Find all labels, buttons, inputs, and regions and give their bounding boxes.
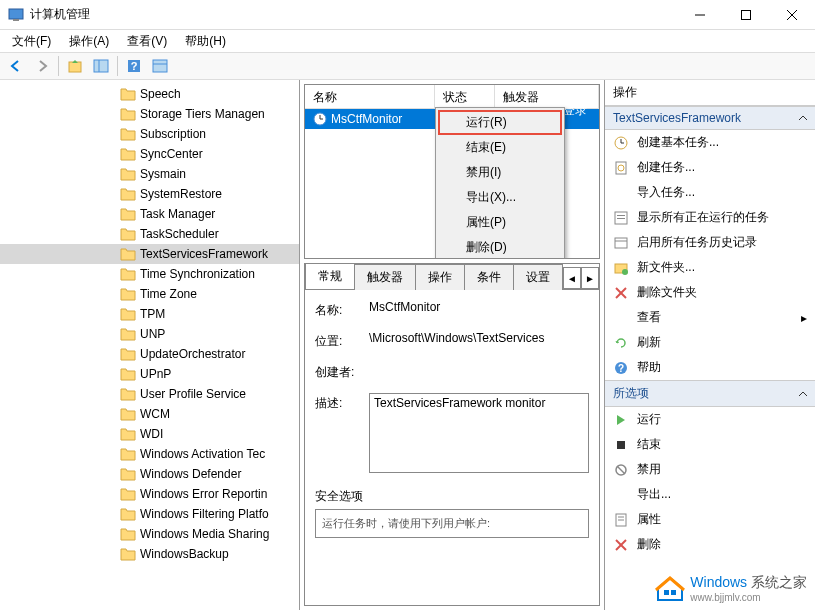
delete-icon (613, 537, 629, 553)
tree-item[interactable]: WDI (0, 424, 299, 444)
actions-group-framework[interactable]: TextServicesFramework (605, 106, 815, 130)
tree-item-label: Windows Filtering Platfo (140, 507, 269, 521)
svg-rect-41 (671, 590, 676, 595)
action-create[interactable]: 创建任务... (605, 155, 815, 180)
tab-settings[interactable]: 设置 (513, 264, 563, 290)
toolbar: ? (0, 52, 815, 80)
tree-item[interactable]: User Profile Service (0, 384, 299, 404)
action-help[interactable]: ? 帮助 (605, 355, 815, 380)
action-properties[interactable]: 属性 (605, 507, 815, 532)
label-creator: 创建者: (315, 362, 369, 381)
tree-item[interactable]: TextServicesFramework (0, 244, 299, 264)
ctx-disable[interactable]: 禁用(I) (438, 160, 562, 185)
tree-item[interactable]: SystemRestore (0, 184, 299, 204)
tree-item[interactable]: Windows Defender (0, 464, 299, 484)
maximize-button[interactable] (723, 0, 769, 30)
properties-icon (613, 512, 629, 528)
tree-item-label: WDI (140, 427, 163, 441)
tree-item[interactable]: Subscription (0, 124, 299, 144)
col-name[interactable]: 名称 (305, 85, 435, 108)
label-name: 名称: (315, 300, 369, 319)
svg-rect-22 (617, 215, 625, 216)
action-export[interactable]: 导出... (605, 482, 815, 507)
up-button[interactable] (63, 54, 87, 78)
tree-item[interactable]: Storage Tiers Managen (0, 104, 299, 124)
tree-item[interactable]: SyncCenter (0, 144, 299, 164)
app-icon (8, 7, 24, 23)
action-delete[interactable]: 删除 (605, 532, 815, 557)
detail-pane: 常规 触发器 操作 条件 设置 ◄ ► 名称: MsCtfMonitor 位置:… (304, 263, 600, 606)
refresh-button[interactable] (148, 54, 172, 78)
tab-scroll-left[interactable]: ◄ (563, 267, 581, 289)
menu-help[interactable]: 帮助(H) (177, 31, 234, 52)
action-refresh[interactable]: 刷新 (605, 330, 815, 355)
menu-action[interactable]: 操作(A) (61, 31, 117, 52)
tree-item[interactable]: Task Manager (0, 204, 299, 224)
svg-rect-40 (664, 590, 669, 595)
tree-item[interactable]: UNP (0, 324, 299, 344)
tab-conditions[interactable]: 条件 (464, 264, 514, 290)
task-icon (313, 112, 327, 126)
tree-item[interactable]: TPM (0, 304, 299, 324)
help-button[interactable]: ? (122, 54, 146, 78)
tab-scroll-right[interactable]: ► (581, 267, 599, 289)
action-show-running[interactable]: 显示所有正在运行的任务 (605, 205, 815, 230)
tree-item[interactable]: WCM (0, 404, 299, 424)
tree-item[interactable]: Time Synchronization (0, 264, 299, 284)
tree-item-label: SystemRestore (140, 187, 222, 201)
action-new-folder[interactable]: 新文件夹... (605, 255, 815, 280)
action-end[interactable]: 结束 (605, 432, 815, 457)
desc-textarea[interactable] (369, 393, 589, 473)
actions-title: 操作 (605, 80, 815, 106)
svg-rect-1 (13, 19, 19, 21)
value-name: MsCtfMonitor (369, 300, 589, 319)
create-icon (613, 160, 629, 176)
action-run[interactable]: 运行 (605, 407, 815, 432)
action-delete-folder[interactable]: 删除文件夹 (605, 280, 815, 305)
svg-rect-24 (615, 238, 627, 248)
action-create-basic[interactable]: 创建基本任务... (605, 130, 815, 155)
ctx-end[interactable]: 结束(E) (438, 135, 562, 160)
label-location: 位置: (315, 331, 369, 350)
svg-rect-23 (617, 218, 625, 219)
action-disable[interactable]: 禁用 (605, 457, 815, 482)
menubar: 文件(F) 操作(A) 查看(V) 帮助(H) (0, 30, 815, 52)
tree-item[interactable]: Time Zone (0, 284, 299, 304)
menu-view[interactable]: 查看(V) (119, 31, 175, 52)
tree-item[interactable]: Sysmain (0, 164, 299, 184)
collapse-icon (799, 114, 807, 122)
action-import[interactable]: 导入任务... (605, 180, 815, 205)
tree-pane[interactable]: SpeechStorage Tiers ManagenSubscriptionS… (0, 80, 300, 610)
disable-icon (613, 462, 629, 478)
tree-item[interactable]: Speech (0, 84, 299, 104)
task-list-pane: 名称 状态 触发器 MsCtfMonitor 正在运行 当任何用户登录时 运行(… (304, 84, 600, 259)
close-button[interactable] (769, 0, 815, 30)
tab-actions[interactable]: 操作 (415, 264, 465, 290)
tree-item[interactable]: Windows Media Sharing (0, 524, 299, 544)
tree-item-label: Time Synchronization (140, 267, 255, 281)
forward-button[interactable] (30, 54, 54, 78)
tree-item-label: SyncCenter (140, 147, 203, 161)
tree-item[interactable]: Windows Activation Tec (0, 444, 299, 464)
actions-group-selected[interactable]: 所选项 (605, 380, 815, 407)
ctx-run[interactable]: 运行(R) (438, 110, 562, 135)
tree-item[interactable]: TaskScheduler (0, 224, 299, 244)
tree-item[interactable]: Windows Filtering Platfo (0, 504, 299, 524)
house-icon (654, 572, 686, 604)
tree-item-label: Sysmain (140, 167, 186, 181)
tree-item[interactable]: WindowsBackup (0, 544, 299, 564)
menu-file[interactable]: 文件(F) (4, 31, 59, 52)
tab-general[interactable]: 常规 (305, 263, 355, 289)
tree-item[interactable]: Windows Error Reportin (0, 484, 299, 504)
action-enable-history[interactable]: 启用所有任务历史记录 (605, 230, 815, 255)
ctx-export[interactable]: 导出(X)... (438, 185, 562, 210)
ctx-delete[interactable]: 删除(D) (438, 235, 562, 259)
tab-triggers[interactable]: 触发器 (354, 264, 416, 290)
back-button[interactable] (4, 54, 28, 78)
action-view[interactable]: 查看 ▸ (605, 305, 815, 330)
ctx-properties[interactable]: 属性(P) (438, 210, 562, 235)
tree-item[interactable]: UpdateOrchestrator (0, 344, 299, 364)
minimize-button[interactable] (677, 0, 723, 30)
tree-item[interactable]: UPnP (0, 364, 299, 384)
show-hide-tree-button[interactable] (89, 54, 113, 78)
